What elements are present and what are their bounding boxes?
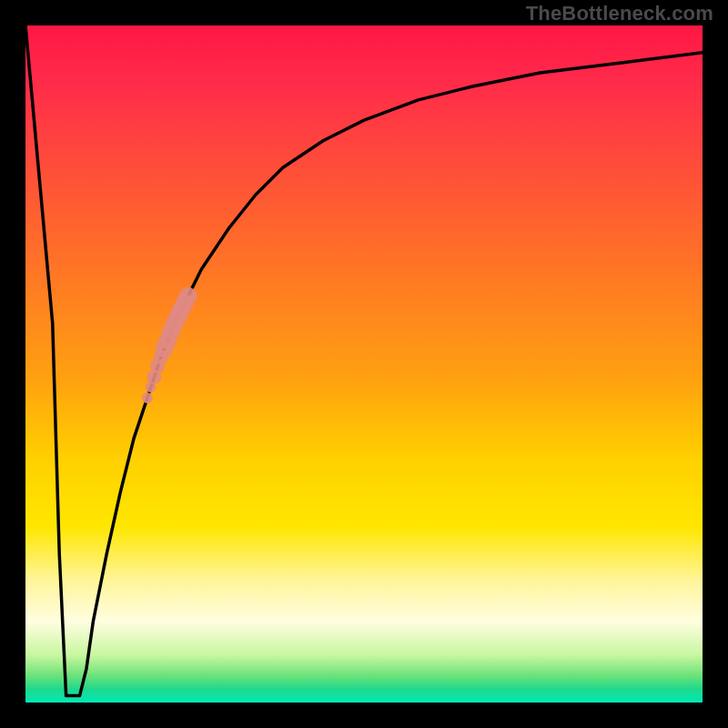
marker-dot [142, 392, 153, 403]
attribution-watermark: TheBottleneck.com [526, 2, 713, 25]
highlighted-points [142, 288, 197, 404]
bottleneck-curve [25, 25, 703, 696]
chart-svg [25, 25, 703, 703]
chart-frame: TheBottleneck.com [0, 0, 728, 728]
marker-dot [179, 288, 197, 306]
